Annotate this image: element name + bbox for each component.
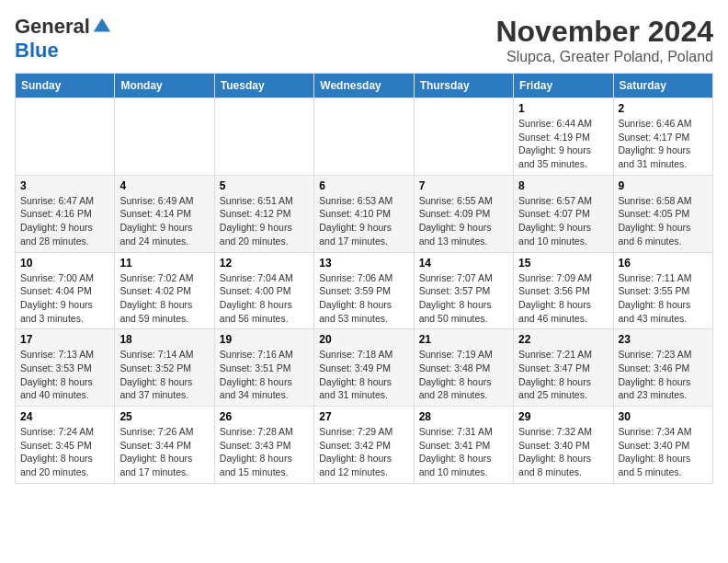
day-detail: Sunrise: 7:11 AM Sunset: 3:55 PM Dayligh… xyxy=(619,271,708,326)
page-header: General Blue November 2024 Slupca, Great… xyxy=(15,15,713,65)
calendar-day-cell: 4Sunrise: 6:49 AM Sunset: 4:14 PM Daylig… xyxy=(115,175,214,252)
calendar-day-cell: 16Sunrise: 7:11 AM Sunset: 3:55 PM Dayli… xyxy=(613,252,712,329)
calendar-day-cell: 25Sunrise: 7:26 AM Sunset: 3:44 PM Dayli… xyxy=(115,407,214,484)
dow-header: Monday xyxy=(115,74,214,98)
day-detail: Sunrise: 7:16 AM Sunset: 3:51 PM Dayligh… xyxy=(220,348,309,402)
calendar-day-cell: 2Sunrise: 6:46 AM Sunset: 4:17 PM Daylig… xyxy=(613,98,712,176)
day-detail: Sunrise: 7:14 AM Sunset: 3:52 PM Dayligh… xyxy=(119,348,209,402)
day-number: 17 xyxy=(20,333,109,346)
day-number: 7 xyxy=(419,179,508,192)
calendar-day-cell: 24Sunrise: 7:24 AM Sunset: 3:45 PM Dayli… xyxy=(16,407,115,484)
day-detail: Sunrise: 6:49 AM Sunset: 4:14 PM Dayligh… xyxy=(119,194,209,248)
day-number: 24 xyxy=(20,410,109,423)
day-detail: Sunrise: 7:18 AM Sunset: 3:49 PM Dayligh… xyxy=(319,348,408,402)
day-detail: Sunrise: 7:00 AM Sunset: 4:04 PM Dayligh… xyxy=(20,271,109,326)
calendar-day-cell: 8Sunrise: 6:57 AM Sunset: 4:07 PM Daylig… xyxy=(514,175,613,252)
calendar-week-row: 10Sunrise: 7:00 AM Sunset: 4:04 PM Dayli… xyxy=(16,252,713,329)
day-detail: Sunrise: 6:51 AM Sunset: 4:12 PM Dayligh… xyxy=(220,194,309,248)
calendar-day-cell: 26Sunrise: 7:28 AM Sunset: 3:43 PM Dayli… xyxy=(214,407,313,484)
calendar-day-cell xyxy=(16,98,115,176)
day-detail: Sunrise: 7:02 AM Sunset: 4:02 PM Dayligh… xyxy=(119,271,209,326)
day-number: 30 xyxy=(619,410,708,423)
calendar-day-cell xyxy=(214,98,313,176)
calendar-week-row: 1Sunrise: 6:44 AM Sunset: 4:19 PM Daylig… xyxy=(16,98,713,176)
logo-icon xyxy=(92,17,112,37)
day-number: 1 xyxy=(518,102,608,115)
day-number: 23 xyxy=(619,333,708,346)
day-detail: Sunrise: 7:29 AM Sunset: 3:42 PM Dayligh… xyxy=(319,425,408,479)
calendar-day-cell: 10Sunrise: 7:00 AM Sunset: 4:04 PM Dayli… xyxy=(16,252,115,329)
day-number: 12 xyxy=(220,257,309,270)
calendar-day-cell: 23Sunrise: 7:23 AM Sunset: 3:46 PM Dayli… xyxy=(613,329,712,407)
calendar-day-cell: 13Sunrise: 7:06 AM Sunset: 3:59 PM Dayli… xyxy=(314,252,414,329)
calendar-day-cell: 28Sunrise: 7:31 AM Sunset: 3:41 PM Dayli… xyxy=(414,407,513,484)
day-detail: Sunrise: 7:32 AM Sunset: 3:40 PM Dayligh… xyxy=(518,425,608,479)
day-detail: Sunrise: 6:55 AM Sunset: 4:09 PM Dayligh… xyxy=(419,194,508,248)
title-block: November 2024 Slupca, Greater Poland, Po… xyxy=(495,15,713,65)
day-number: 11 xyxy=(119,257,209,270)
day-detail: Sunrise: 6:46 AM Sunset: 4:17 PM Dayligh… xyxy=(619,117,708,171)
day-number: 26 xyxy=(220,410,309,423)
day-number: 5 xyxy=(220,179,309,192)
day-number: 13 xyxy=(319,257,408,270)
calendar-week-row: 17Sunrise: 7:13 AM Sunset: 3:53 PM Dayli… xyxy=(16,329,713,407)
day-number: 16 xyxy=(619,257,708,270)
calendar-day-cell: 27Sunrise: 7:29 AM Sunset: 3:42 PM Dayli… xyxy=(314,407,414,484)
day-detail: Sunrise: 7:21 AM Sunset: 3:47 PM Dayligh… xyxy=(518,348,608,402)
calendar-day-cell: 6Sunrise: 6:53 AM Sunset: 4:10 PM Daylig… xyxy=(314,175,414,252)
calendar-week-row: 24Sunrise: 7:24 AM Sunset: 3:45 PM Dayli… xyxy=(16,407,713,484)
calendar-day-cell: 19Sunrise: 7:16 AM Sunset: 3:51 PM Dayli… xyxy=(214,329,313,407)
day-number: 6 xyxy=(319,179,408,192)
day-detail: Sunrise: 7:04 AM Sunset: 4:00 PM Dayligh… xyxy=(220,271,309,326)
logo: General Blue xyxy=(15,15,112,63)
day-number: 18 xyxy=(119,333,209,346)
day-detail: Sunrise: 7:34 AM Sunset: 3:40 PM Dayligh… xyxy=(619,425,708,479)
day-number: 15 xyxy=(518,257,608,270)
day-detail: Sunrise: 7:07 AM Sunset: 3:57 PM Dayligh… xyxy=(419,271,508,326)
calendar-day-cell: 3Sunrise: 6:47 AM Sunset: 4:16 PM Daylig… xyxy=(16,175,115,252)
dow-header: Sunday xyxy=(16,74,115,98)
day-detail: Sunrise: 7:23 AM Sunset: 3:46 PM Dayligh… xyxy=(619,348,708,402)
day-detail: Sunrise: 7:24 AM Sunset: 3:45 PM Dayligh… xyxy=(20,425,109,479)
day-number: 19 xyxy=(220,333,309,346)
calendar-day-cell: 21Sunrise: 7:19 AM Sunset: 3:48 PM Dayli… xyxy=(414,329,513,407)
day-detail: Sunrise: 7:13 AM Sunset: 3:53 PM Dayligh… xyxy=(20,348,109,402)
day-of-week-row: SundayMondayTuesdayWednesdayThursdayFrid… xyxy=(16,74,713,98)
calendar-day-cell: 29Sunrise: 7:32 AM Sunset: 3:40 PM Dayli… xyxy=(514,407,613,484)
dow-header: Wednesday xyxy=(314,74,414,98)
calendar-table: SundayMondayTuesdayWednesdayThursdayFrid… xyxy=(15,73,713,484)
calendar-week-row: 3Sunrise: 6:47 AM Sunset: 4:16 PM Daylig… xyxy=(16,175,713,252)
day-detail: Sunrise: 7:06 AM Sunset: 3:59 PM Dayligh… xyxy=(319,271,408,326)
day-detail: Sunrise: 6:47 AM Sunset: 4:16 PM Dayligh… xyxy=(20,194,109,248)
calendar-day-cell: 7Sunrise: 6:55 AM Sunset: 4:09 PM Daylig… xyxy=(414,175,513,252)
svg-marker-0 xyxy=(94,18,110,32)
calendar-day-cell: 20Sunrise: 7:18 AM Sunset: 3:49 PM Dayli… xyxy=(314,329,414,407)
day-number: 10 xyxy=(20,257,109,270)
calendar-day-cell xyxy=(115,98,214,176)
day-number: 29 xyxy=(518,410,608,423)
calendar-day-cell: 18Sunrise: 7:14 AM Sunset: 3:52 PM Dayli… xyxy=(115,329,214,407)
day-detail: Sunrise: 6:53 AM Sunset: 4:10 PM Dayligh… xyxy=(319,194,408,248)
calendar-day-cell: 15Sunrise: 7:09 AM Sunset: 3:56 PM Dayli… xyxy=(514,252,613,329)
day-number: 21 xyxy=(419,333,508,346)
day-number: 3 xyxy=(20,179,109,192)
dow-header: Friday xyxy=(514,74,613,98)
day-detail: Sunrise: 7:09 AM Sunset: 3:56 PM Dayligh… xyxy=(518,271,608,326)
calendar-day-cell: 30Sunrise: 7:34 AM Sunset: 3:40 PM Dayli… xyxy=(613,407,712,484)
day-detail: Sunrise: 7:31 AM Sunset: 3:41 PM Dayligh… xyxy=(419,425,508,479)
calendar-day-cell: 17Sunrise: 7:13 AM Sunset: 3:53 PM Dayli… xyxy=(16,329,115,407)
logo-blue-text: Blue xyxy=(15,39,59,63)
day-number: 22 xyxy=(518,333,608,346)
calendar-day-cell: 5Sunrise: 6:51 AM Sunset: 4:12 PM Daylig… xyxy=(214,175,313,252)
dow-header: Saturday xyxy=(613,74,712,98)
day-detail: Sunrise: 7:26 AM Sunset: 3:44 PM Dayligh… xyxy=(119,425,209,479)
day-number: 28 xyxy=(419,410,508,423)
day-number: 27 xyxy=(319,410,408,423)
day-number: 8 xyxy=(518,179,608,192)
day-number: 2 xyxy=(619,102,708,115)
calendar-day-cell xyxy=(314,98,414,176)
day-detail: Sunrise: 6:58 AM Sunset: 4:05 PM Dayligh… xyxy=(619,194,708,248)
calendar-day-cell: 12Sunrise: 7:04 AM Sunset: 4:00 PM Dayli… xyxy=(214,252,313,329)
calendar-day-cell: 11Sunrise: 7:02 AM Sunset: 4:02 PM Dayli… xyxy=(115,252,214,329)
day-number: 25 xyxy=(119,410,209,423)
